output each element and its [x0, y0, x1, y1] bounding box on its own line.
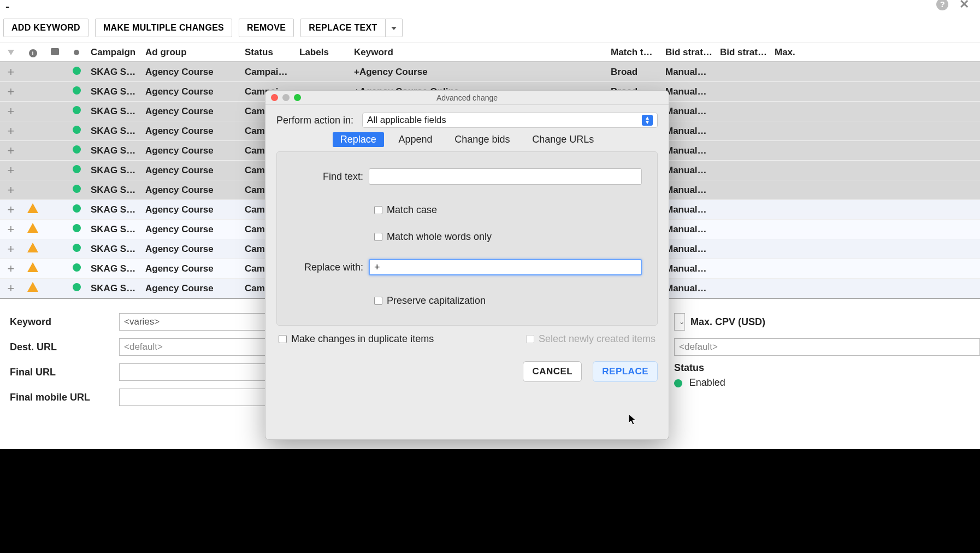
perform-action-select[interactable]: All applicable fields ▲▼	[362, 113, 658, 128]
find-text-input[interactable]	[369, 168, 642, 185]
match-case-checkbox[interactable]: Match case	[374, 204, 437, 216]
advanced-change-dialog: Advanced change Perform action in: All a…	[265, 90, 669, 440]
cell-action: +	[0, 65, 22, 79]
cell-status-dot	[66, 145, 87, 156]
col-status[interactable]: Status	[241, 47, 296, 58]
cell-bid-strategy: Manual…	[662, 126, 717, 137]
tab-replace[interactable]: Replace	[333, 132, 384, 147]
close-icon[interactable]: ✕	[959, 0, 969, 11]
cell-campaign: SKAG S…	[87, 224, 142, 235]
match-whole-label: Match whole words only	[387, 231, 492, 243]
replace-button[interactable]: REPLACE	[593, 361, 658, 382]
perform-action-label: Perform action in:	[276, 115, 353, 126]
cell-bid-strategy: Manual…	[662, 263, 717, 274]
col-labels[interactable]: Labels	[296, 47, 351, 58]
cell-bid-strategy: Manual…	[662, 145, 717, 156]
checkbox-icon	[374, 206, 382, 214]
add-row-icon[interactable]: +	[8, 281, 15, 295]
add-row-icon[interactable]: +	[8, 104, 15, 118]
add-row-icon[interactable]: +	[8, 242, 15, 256]
editor-select-wrap[interactable]: ⌄	[674, 313, 685, 331]
cell-campaign: SKAG S…	[87, 145, 142, 156]
checkbox-icon	[374, 297, 382, 305]
cell-status-dot	[66, 204, 87, 215]
col-comment[interactable]	[44, 47, 66, 58]
match-case-label: Match case	[387, 204, 437, 216]
add-row-icon[interactable]: +	[8, 183, 15, 197]
col-action[interactable]	[0, 47, 22, 58]
col-status-dot[interactable]	[66, 47, 87, 58]
help-icon[interactable]: ?	[936, 0, 948, 10]
mouse-cursor-icon	[629, 414, 636, 425]
cell-warning	[22, 223, 44, 236]
cell-campaign: SKAG S…	[87, 204, 142, 215]
window-close-icon[interactable]	[271, 94, 278, 101]
tab-change-bids[interactable]: Change bids	[447, 132, 517, 147]
cell-action: +	[0, 242, 22, 256]
add-keyword-button[interactable]: ADD KEYWORD	[3, 19, 88, 37]
status-value: Enabled	[689, 377, 725, 388]
col-warning[interactable]: i	[22, 47, 44, 58]
duplicate-items-checkbox[interactable]: Make changes in duplicate items	[279, 333, 434, 345]
cell-action: +	[0, 183, 22, 197]
cell-status-dot	[66, 165, 87, 176]
col-bid-strategy-2[interactable]: Bid strat…	[717, 47, 771, 58]
replace-with-input[interactable]	[369, 259, 642, 275]
status-enabled-icon	[73, 244, 81, 252]
cell-status-dot	[66, 263, 87, 274]
tab-append[interactable]: Append	[391, 132, 440, 147]
cell-action: +	[0, 85, 22, 99]
cell-campaign: SKAG S…	[87, 165, 142, 176]
add-row-icon[interactable]: +	[8, 85, 15, 98]
replace-with-label: Replace with:	[292, 262, 369, 273]
status-value-wrap[interactable]: Enabled	[674, 377, 980, 389]
window-zoom-icon[interactable]	[294, 94, 301, 101]
replace-text-button[interactable]: REPLACE TEXT	[300, 19, 385, 37]
add-row-icon[interactable]: +	[8, 124, 15, 138]
col-max[interactable]: Max.	[771, 47, 804, 58]
cell-action: +	[0, 203, 22, 217]
add-row-icon[interactable]: +	[8, 203, 15, 216]
add-row-icon[interactable]: +	[8, 262, 15, 275]
col-bid-strategy-1[interactable]: Bid strat…	[662, 47, 717, 58]
replace-text-group: REPLACE TEXT	[300, 19, 402, 37]
remove-button[interactable]: REMOVE	[239, 19, 294, 37]
info-icon: i	[29, 49, 37, 57]
cell-status-dot	[66, 126, 87, 137]
cell-status-dot	[66, 244, 87, 255]
comment-icon	[51, 48, 59, 55]
col-campaign[interactable]: Campaign	[87, 47, 142, 58]
cell-ad-group: Agency Course	[142, 204, 241, 215]
replace-text-dropdown[interactable]	[385, 19, 403, 37]
add-row-icon[interactable]: +	[8, 222, 15, 236]
cancel-button[interactable]: CANCEL	[523, 361, 582, 382]
checkbox-icon	[526, 335, 534, 343]
cell-campaign: SKAG S…	[87, 185, 142, 196]
add-row-icon[interactable]: +	[8, 163, 15, 177]
make-multiple-changes-button[interactable]: MAKE MULTIPLE CHANGES	[95, 19, 232, 37]
col-match-type[interactable]: Match t…	[607, 47, 662, 58]
top-bar: - ? ✕	[0, 0, 980, 13]
dialog-titlebar[interactable]: Advanced change	[265, 91, 669, 105]
chevron-down-icon	[391, 27, 397, 30]
cell-status-dot	[66, 283, 87, 294]
col-ad-group[interactable]: Ad group	[142, 47, 241, 58]
match-whole-checkbox[interactable]: Match whole words only	[374, 231, 492, 243]
preserve-capitalization-checkbox[interactable]: Preserve capitalization	[374, 295, 486, 307]
status-enabled-icon	[73, 165, 81, 173]
add-row-icon[interactable]: +	[8, 144, 15, 157]
cell-bid-strategy: Manual…	[662, 185, 717, 196]
cell-action: +	[0, 281, 22, 296]
tab-change-urls[interactable]: Change URLs	[524, 132, 601, 147]
col-keyword[interactable]: Keyword	[351, 47, 607, 58]
table-row[interactable]: +SKAG S…Agency CourseCampai…+Agency Cour…	[0, 62, 980, 81]
checkbox-icon	[279, 335, 287, 343]
cell-bid-strategy: Manual…	[662, 204, 717, 215]
window-minimize-icon[interactable]	[282, 94, 290, 101]
duplicate-items-label: Make changes in duplicate items	[291, 333, 434, 345]
add-row-icon[interactable]: +	[8, 65, 15, 79]
cell-warning	[22, 282, 44, 295]
select-newly-created-checkbox[interactable]: Select newly created items	[526, 333, 656, 345]
max-cpv-input[interactable]	[674, 338, 980, 356]
cell-bid-strategy: Manual…	[662, 86, 717, 97]
